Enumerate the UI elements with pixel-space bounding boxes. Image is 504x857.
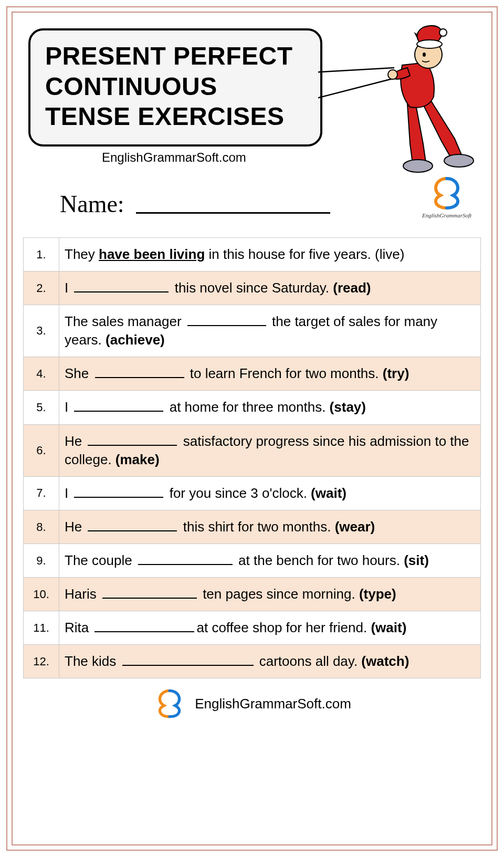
answer-blank[interactable] <box>95 364 184 378</box>
question-post: cartoons all day. <box>256 653 362 669</box>
question-text: He satisfactory progress since his admis… <box>59 424 481 476</box>
question-text: The sales manager the target of sales fo… <box>59 305 481 357</box>
question-pre: I <box>65 399 72 415</box>
question-text: She to learn French for two months. (try… <box>59 357 481 391</box>
svg-line-0 <box>318 68 394 73</box>
name-input-line[interactable] <box>136 212 330 214</box>
question-pre: Rita <box>65 620 92 635</box>
title-box: PRESENT PERFECT CONTINUOUS TENSE EXERCIS… <box>28 28 322 147</box>
svg-point-9 <box>439 29 447 36</box>
question-text: They have been living in this house for … <box>59 238 481 271</box>
verb-hint: (wait) <box>311 485 346 501</box>
svg-point-5 <box>403 160 433 172</box>
exercise-table: 1.They have been living in this house fo… <box>23 237 481 678</box>
question-text: The kids cartoons all day. (watch) <box>59 645 481 678</box>
verb-hint: (type) <box>359 586 396 602</box>
question-post: in this house for five years. <box>205 246 375 262</box>
question-post: at the bench for two hours. <box>235 552 404 568</box>
answer-blank[interactable] <box>74 279 169 292</box>
verb-hint: (wait) <box>371 620 406 635</box>
question-pre: He <box>65 519 86 535</box>
question-pre: She <box>65 365 93 381</box>
cartoon-pulling-icon <box>318 18 486 175</box>
table-row: 3.The sales manager the target of sales … <box>24 305 481 357</box>
name-row: Name: EnglishGrammarSoft <box>23 186 481 233</box>
answer-blank[interactable] <box>138 551 233 565</box>
question-number: 6. <box>24 424 59 476</box>
question-post: at home for three months. <box>165 399 329 415</box>
svg-line-2 <box>318 78 394 102</box>
question-text: Haris ten pages since morning. (type) <box>59 578 481 611</box>
table-row: 4.She to learn French for two months. (t… <box>24 357 481 391</box>
answer-blank[interactable] <box>88 518 177 531</box>
question-text: Rita at coffee shop for her friend. (wai… <box>59 611 481 645</box>
footer: EnglishGrammarSoft.com <box>23 688 481 722</box>
question-number: 3. <box>24 305 59 357</box>
title-line-2: CONTINUOUS <box>45 71 306 102</box>
question-text: He this shirt for two months. (wear) <box>59 510 481 544</box>
website-label-top: EnglishGrammarSoft.com <box>102 150 246 165</box>
answer-blank[interactable] <box>94 619 194 632</box>
table-row: 12.The kids cartoons all day. (watch) <box>24 645 481 678</box>
question-post: for you since 3 o'clock. <box>165 485 311 501</box>
example-answer: have been living <box>99 246 205 262</box>
table-row: 9.The couple at the bench for two hours.… <box>24 544 481 577</box>
verb-hint: (sit) <box>404 552 429 568</box>
question-pre: I <box>65 280 72 296</box>
table-row: 5.I at home for three months. (stay) <box>24 391 481 424</box>
name-label: Name: <box>60 190 124 218</box>
verb-hint: (live) <box>375 246 404 262</box>
table-row: 7.I for you since 3 o'clock. (wait) <box>24 476 481 510</box>
question-number: 2. <box>24 271 59 305</box>
svg-point-4 <box>444 154 474 167</box>
question-pre: He <box>65 433 86 449</box>
verb-hint: (watch) <box>361 653 409 669</box>
question-post: at coffee shop for her friend. <box>196 620 371 635</box>
logo-small: EnglishGrammarSoft <box>418 175 476 218</box>
outer-border: PRESENT PERFECT CONTINUOUS TENSE EXERCIS… <box>6 6 498 851</box>
inner-border: PRESENT PERFECT CONTINUOUS TENSE EXERCIS… <box>12 12 492 845</box>
question-number: 1. <box>24 238 59 271</box>
answer-blank[interactable] <box>74 398 163 412</box>
logo-swirl-icon <box>153 688 186 719</box>
question-pre: They <box>65 246 99 262</box>
table-row: 8.He this shirt for two months. (wear) <box>24 510 481 544</box>
answer-blank[interactable] <box>88 432 177 446</box>
question-pre: The couple <box>65 552 136 568</box>
question-number: 9. <box>24 544 59 577</box>
table-row: 1.They have been living in this house fo… <box>24 238 481 271</box>
answer-blank[interactable] <box>187 312 266 326</box>
verb-hint: (try) <box>383 365 410 381</box>
svg-point-10 <box>423 53 426 57</box>
question-number: 10. <box>24 578 59 611</box>
question-post: this novel since Saturday. <box>171 280 333 296</box>
svg-point-8 <box>417 40 442 48</box>
website-label-footer: EnglishGrammarSoft.com <box>195 696 351 712</box>
table-row: 2.I this novel since Saturday. (read) <box>24 271 481 305</box>
question-text: The couple at the bench for two hours. (… <box>59 544 481 577</box>
svg-point-6 <box>388 70 397 79</box>
header: PRESENT PERFECT CONTINUOUS TENSE EXERCIS… <box>23 23 481 175</box>
question-pre: Haris <box>65 586 100 602</box>
verb-hint: (wear) <box>335 519 375 535</box>
question-post: to learn French for two months. <box>186 365 383 381</box>
question-text: I at home for three months. (stay) <box>59 391 481 424</box>
question-number: 8. <box>24 510 59 544</box>
question-pre: I <box>65 485 72 501</box>
title-line-1: PRESENT PERFECT <box>45 41 306 71</box>
question-pre: The kids <box>65 653 120 669</box>
logo-caption: EnglishGrammarSoft <box>418 212 476 218</box>
question-text: I for you since 3 o'clock. (wait) <box>59 476 481 510</box>
question-number: 5. <box>24 391 59 424</box>
answer-blank[interactable] <box>102 585 197 599</box>
question-text: I this novel since Saturday. (read) <box>59 271 481 305</box>
title-line-3: TENSE EXERCISES <box>45 101 306 132</box>
verb-hint: (achieve) <box>106 332 165 348</box>
question-number: 12. <box>24 645 59 678</box>
question-post: ten pages since morning. <box>199 586 359 602</box>
answer-blank[interactable] <box>122 652 254 666</box>
answer-blank[interactable] <box>74 484 163 498</box>
verb-hint: (stay) <box>330 399 366 415</box>
verb-hint: (read) <box>333 280 371 296</box>
question-number: 7. <box>24 476 59 510</box>
